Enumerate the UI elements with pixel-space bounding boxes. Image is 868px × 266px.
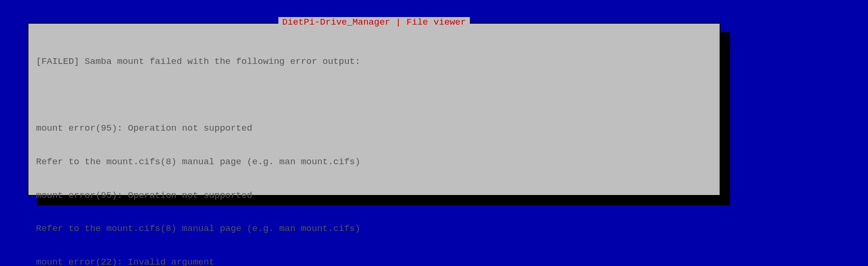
dialog-title: DietPi-Drive_Manager | File viewer: [278, 17, 470, 27]
file-viewer-dialog: DietPi-Drive_Manager | File viewer [FAIL…: [27, 23, 721, 196]
message-line: mount error(95): Operation not supported: [36, 190, 712, 202]
message-line: mount error(95): Operation not supported: [36, 123, 712, 134]
message-line: Refer to the mount.cifs(8) manual page (…: [36, 157, 712, 168]
status-line: [FAILED] Samba mount failed with the fol…: [36, 56, 712, 68]
message-line: Refer to the mount.cifs(8) manual page (…: [36, 223, 712, 235]
dialog-content: [FAILED] Samba mount failed with the fol…: [28, 24, 720, 266]
message-line: mount error(22): Invalid argument: [36, 257, 712, 266]
blank-line: [36, 90, 712, 101]
